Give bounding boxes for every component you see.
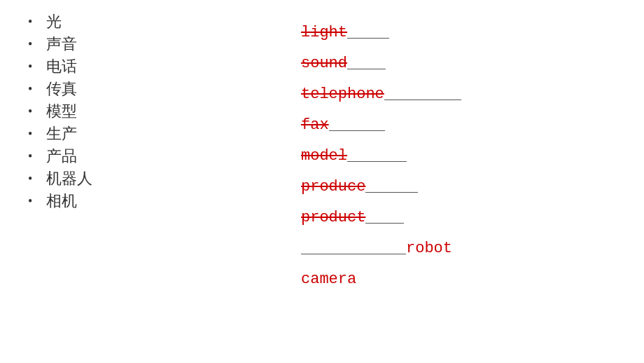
pre-word-line (301, 254, 406, 254)
chinese-list-item: •相机 (28, 193, 168, 209)
english-list-item: robot (301, 230, 461, 261)
english-word: telephone (301, 87, 384, 102)
chinese-list-item: •生产 (28, 126, 168, 142)
bullet-point: • (28, 105, 32, 118)
chinese-word: 生产 (46, 126, 77, 142)
english-word: robot (406, 241, 452, 256)
bullet-point: • (28, 172, 32, 185)
english-word: fax (301, 118, 329, 133)
english-word: product (301, 210, 365, 226)
bullet-point: • (28, 38, 32, 50)
chinese-vocabulary-list: •光•声音•电话•传真•模型•生产•产品•机器人•相机 (28, 14, 168, 209)
word-underline (365, 192, 418, 193)
bullet-point: • (28, 83, 32, 95)
word-underline (365, 223, 404, 224)
english-word: produce (301, 179, 365, 195)
chinese-word: 相机 (46, 193, 77, 209)
bullet-point: • (28, 15, 32, 28)
english-list-item: product (301, 199, 461, 230)
chinese-list-item: •传真 (28, 81, 168, 97)
english-list-item: produce (301, 168, 461, 199)
chinese-word: 声音 (46, 36, 77, 52)
chinese-list-item: •产品 (28, 149, 168, 164)
word-underline (347, 38, 389, 39)
word-underline (347, 69, 386, 69)
english-word: light (301, 25, 347, 41)
english-list-item: fax (301, 107, 461, 137)
chinese-list-item: •机器人 (28, 171, 168, 186)
bullet-point: • (28, 128, 32, 140)
chinese-word: 模型 (46, 104, 77, 119)
chinese-word: 产品 (46, 149, 77, 164)
chinese-word: 光 (46, 14, 62, 29)
bullet-point: • (28, 195, 32, 207)
english-word: camera (301, 272, 356, 287)
english-list-item: light (301, 14, 461, 45)
chinese-list-item: •光 (28, 14, 168, 29)
chinese-list-item: •模型 (28, 104, 168, 119)
bullet-point: • (28, 60, 32, 73)
english-word: sound (301, 56, 347, 71)
chinese-list-item: •电话 (28, 59, 168, 74)
english-list-item: telephone (301, 76, 461, 107)
english-list-item: camera (301, 261, 461, 292)
english-list-item: model (301, 137, 461, 168)
chinese-word: 传真 (46, 81, 77, 97)
chinese-word: 电话 (46, 59, 77, 74)
english-word: model (301, 149, 347, 164)
english-list-item: sound (301, 45, 461, 76)
bullet-point: • (28, 150, 32, 163)
word-underline (384, 100, 461, 100)
word-underline (347, 161, 407, 162)
word-underline (329, 130, 385, 131)
chinese-list-item: •声音 (28, 36, 168, 52)
chinese-word: 机器人 (46, 171, 92, 186)
english-vocabulary-list: lightsoundtelephonefaxmodelproduceproduc… (301, 14, 461, 292)
